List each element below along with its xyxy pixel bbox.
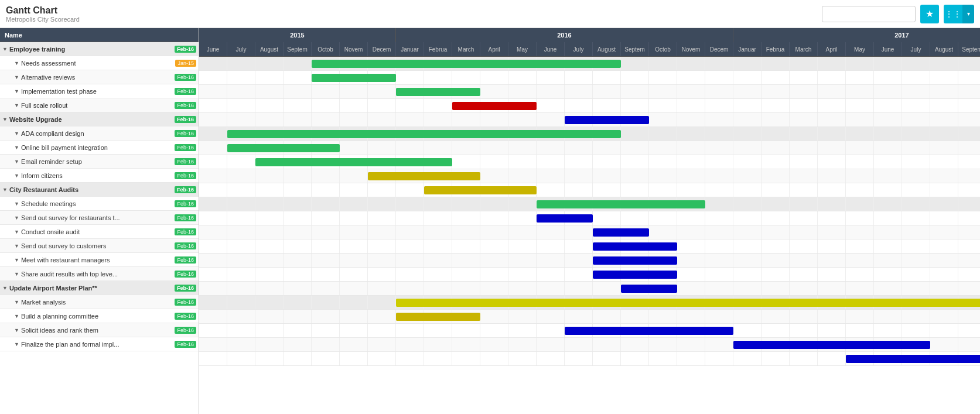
chevron-down-icon[interactable]: ▼ xyxy=(14,229,19,235)
chart-cell xyxy=(480,338,508,351)
gantt-bar[interactable] xyxy=(733,341,930,349)
chart-cell xyxy=(593,310,621,323)
month-cell: Februa xyxy=(762,42,790,56)
chart-cell xyxy=(930,183,958,197)
chevron-down-icon[interactable]: ▼ xyxy=(14,60,19,66)
chart-cell xyxy=(818,324,846,337)
gantt-bar[interactable] xyxy=(593,256,677,265)
chevron-down-icon[interactable]: ▼ xyxy=(14,173,19,179)
chart-cell xyxy=(705,183,733,197)
chart-cell xyxy=(537,169,565,183)
gantt-bar[interactable] xyxy=(537,200,705,208)
chart-cell xyxy=(621,169,649,183)
chevron-down-icon[interactable]: ▼ xyxy=(14,299,19,305)
grid-button[interactable]: ⋮⋮ xyxy=(944,5,962,23)
chart-cell xyxy=(312,225,340,239)
chevron-down-icon[interactable]: ▼ xyxy=(14,88,19,94)
chart-cell xyxy=(452,338,480,351)
chart-cell xyxy=(199,155,227,169)
chart-cell xyxy=(762,211,790,225)
chevron-down-icon[interactable]: ▼ xyxy=(2,117,8,122)
chevron-down-icon[interactable]: ▼ xyxy=(2,285,8,291)
chart-cell xyxy=(593,282,621,295)
gantt-bar[interactable] xyxy=(396,299,980,307)
gantt-bar[interactable] xyxy=(227,130,621,138)
gantt-bar[interactable] xyxy=(227,144,340,152)
chevron-down-icon[interactable]: ▼ xyxy=(14,341,19,347)
chevron-down-icon[interactable]: ▼ xyxy=(14,327,19,333)
gantt-bar[interactable] xyxy=(255,158,452,166)
chevron-down-icon[interactable]: ▼ xyxy=(14,102,19,108)
search-input[interactable] xyxy=(822,6,916,22)
chart-cell xyxy=(790,310,818,323)
chart-cell xyxy=(874,239,902,253)
chart-cell xyxy=(508,338,537,351)
chart-cell xyxy=(312,183,340,197)
chart-cell xyxy=(677,113,705,126)
chart-cell xyxy=(874,324,902,337)
chart-cell xyxy=(255,57,284,70)
gantt-bar[interactable] xyxy=(452,102,537,110)
gantt-bar[interactable] xyxy=(424,186,537,194)
chevron-down-icon[interactable]: ▼ xyxy=(14,215,19,221)
chart-cell xyxy=(593,99,621,112)
task-badge: Feb-16 xyxy=(175,144,196,151)
chart-cell xyxy=(649,113,677,126)
chevron-down-icon[interactable]: ▼ xyxy=(14,257,19,263)
chart-cell xyxy=(368,113,396,126)
chart-cell xyxy=(452,268,480,281)
chevron-down-icon[interactable]: ▼ xyxy=(2,46,8,52)
gantt-bar[interactable] xyxy=(312,74,396,82)
chart-cell xyxy=(930,127,958,141)
gantt-bar[interactable] xyxy=(368,172,480,180)
gantt-bar[interactable] xyxy=(565,116,649,124)
chart-cell xyxy=(930,197,958,211)
star-button[interactable]: ★ xyxy=(920,5,939,23)
chevron-down-icon[interactable]: ▼ xyxy=(14,243,19,249)
chart-cell xyxy=(396,254,424,267)
month-cell: March xyxy=(452,42,480,56)
chart-cell xyxy=(902,197,930,211)
gantt-bar[interactable] xyxy=(312,60,621,68)
chart-cell xyxy=(846,239,874,253)
task-name-label: Alternative reviews xyxy=(21,74,75,81)
gantt-bar[interactable] xyxy=(593,242,677,251)
task-row: ▼ ADA compliant designFeb-16 xyxy=(0,126,199,141)
gantt-bar[interactable] xyxy=(593,228,649,237)
gantt-bar[interactable] xyxy=(396,88,480,96)
chevron-down-icon[interactable]: ▼ xyxy=(14,271,19,277)
chart-cell xyxy=(733,352,762,365)
chart-cell xyxy=(284,352,312,365)
chevron-down-icon[interactable]: ▼ xyxy=(14,313,19,319)
task-row: ▼ Meet with restaurant managersFeb-16 xyxy=(0,253,199,267)
chevron-down-icon[interactable]: ▼ xyxy=(14,131,19,136)
chevron-down-icon[interactable]: ▼ xyxy=(14,201,19,207)
chart-cell xyxy=(508,310,537,323)
chart-cell xyxy=(537,71,565,84)
chart-cell xyxy=(396,211,424,225)
chevron-down-icon[interactable]: ▼ xyxy=(14,145,19,150)
chart-cell xyxy=(452,211,480,225)
chart-cell xyxy=(958,71,980,84)
chart-cell xyxy=(818,310,846,323)
chart-cell xyxy=(480,85,508,98)
gantt-bar[interactable] xyxy=(593,271,677,279)
chevron-down-icon[interactable]: ▼ xyxy=(14,74,19,80)
chart-cell xyxy=(677,239,705,253)
gantt-bar[interactable] xyxy=(621,285,677,293)
chart-cell xyxy=(227,197,255,211)
task-row: ▼ Implementation test phaseFeb-16 xyxy=(0,84,199,98)
chevron-down-icon[interactable]: ▼ xyxy=(14,159,19,165)
chart-cell xyxy=(452,71,480,84)
task-row: ▼ Solicit ideas and rank themFeb-16 xyxy=(0,323,199,337)
gantt-bar[interactable] xyxy=(565,327,733,335)
chart-cell xyxy=(312,296,340,309)
gantt-bar[interactable] xyxy=(846,355,980,363)
chevron-down-icon[interactable]: ▼ xyxy=(2,187,8,193)
chart-row xyxy=(199,225,980,239)
gantt-bar[interactable] xyxy=(396,313,480,321)
gantt-bar[interactable] xyxy=(537,214,593,223)
chart-cell xyxy=(846,310,874,323)
grid-dropdown-button[interactable]: ▾ xyxy=(962,5,974,23)
chart-cell xyxy=(565,169,593,183)
